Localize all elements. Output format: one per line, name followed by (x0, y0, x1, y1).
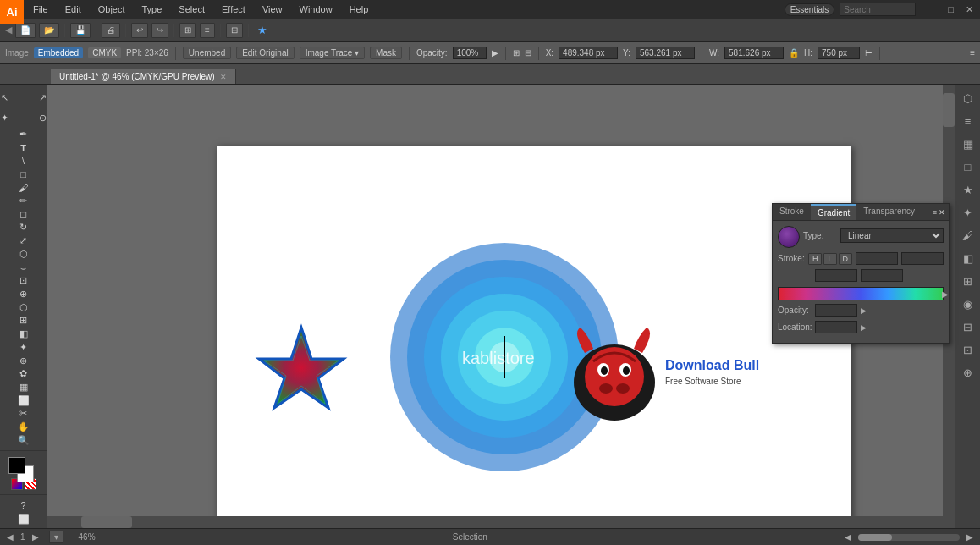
stroke-ratio-input[interactable] (901, 252, 944, 265)
panel-swatches-btn[interactable]: ◧ (958, 248, 978, 268)
pencil-tool[interactable]: ✏ (5, 195, 42, 207)
panel-align-btn[interactable]: ⊟ (958, 317, 978, 337)
star-shape[interactable] (251, 323, 352, 425)
panel-graphic-styles-btn[interactable]: ⊞ (958, 271, 978, 291)
artboard-navigator-right[interactable]: ▶ (32, 532, 39, 542)
hand-tool[interactable]: ✋ (5, 421, 42, 433)
tab-close-btn[interactable]: ✕ (220, 73, 227, 81)
opacity-slider-icon[interactable]: ▶ (492, 48, 498, 58)
active-tab[interactable]: Untitled-1* @ 46% (CMYK/GPU Preview) ✕ (51, 69, 236, 84)
opacity-value-input[interactable] (815, 304, 857, 317)
artboard-menu[interactable]: ▾ (49, 531, 63, 543)
gradient-input-3[interactable] (815, 269, 857, 282)
lasso-tool[interactable]: ⊙ (24, 108, 47, 127)
menu-help[interactable]: Help (346, 3, 372, 16)
panel-brushes-btn[interactable]: 🖌 (958, 225, 978, 245)
panel-properties-btn[interactable]: ≡ (958, 111, 978, 131)
menu-type[interactable]: Type (139, 3, 166, 16)
location-btn[interactable]: ▶ (861, 323, 867, 332)
stroke-d-btn[interactable]: D (839, 253, 853, 265)
transparency-tab[interactable]: Transparency (856, 204, 922, 220)
warp-tool[interactable]: ⌣ (5, 261, 42, 273)
stroke-angle-input[interactable] (856, 252, 898, 265)
search-input[interactable] (840, 3, 916, 16)
width-tool[interactable]: ⬡ (5, 248, 42, 260)
paintbrush-tool[interactable]: 🖌 (5, 182, 42, 194)
toolbar-arrow-left[interactable]: ◀ (5, 25, 12, 36)
gradient-type-select[interactable]: Linear Radial (840, 228, 944, 243)
gradient-bar[interactable] (778, 287, 944, 300)
menu-select[interactable]: Select (175, 3, 208, 16)
stroke-tab[interactable]: Stroke (773, 204, 811, 220)
shape-builder-tool[interactable]: ⊕ (5, 289, 42, 300)
panel-transform-btn[interactable]: ⊡ (958, 339, 978, 360)
open-btn[interactable]: 📂 (39, 23, 59, 38)
panel-libraries-btn[interactable]: ⬡ (958, 88, 978, 108)
gradient-swatch[interactable] (778, 226, 800, 248)
screen-mode-btn[interactable]: ⬜ (5, 513, 42, 525)
type-tool[interactable]: T (5, 142, 42, 154)
location-value-input[interactable] (815, 321, 857, 333)
panel-assets-btn[interactable]: ★ (958, 179, 978, 200)
direct-selection-tool[interactable]: ↗ (24, 88, 47, 107)
unembed-btn[interactable]: Unembed (183, 47, 231, 59)
menu-edit[interactable]: Edit (62, 3, 85, 16)
stroke-l-btn[interactable]: L (823, 253, 836, 265)
foreground-color[interactable] (8, 457, 25, 474)
question-tool[interactable]: ? (5, 499, 42, 511)
graph-tool[interactable]: ▦ (5, 382, 42, 394)
stroke-h-btn[interactable]: H (808, 253, 823, 265)
opacity-btn[interactable]: ▶ (861, 306, 867, 315)
w-input[interactable] (724, 47, 784, 59)
print-btn[interactable]: 🖨 (102, 23, 120, 38)
menu-window[interactable]: Window (296, 3, 336, 16)
horizontal-scrollbar[interactable] (47, 516, 943, 528)
slice-tool[interactable]: ✂ (5, 408, 42, 420)
redo-btn[interactable]: ↪ (151, 23, 168, 38)
perspective-tool[interactable]: ⬡ (5, 301, 42, 313)
blend-tool[interactable]: ⊛ (5, 355, 42, 366)
y-input[interactable] (636, 47, 695, 59)
mask-btn[interactable]: Mask (370, 47, 402, 59)
panel-artboards-btn[interactable]: □ (958, 157, 978, 177)
panel-menu-icon[interactable]: ≡ (933, 208, 937, 217)
bull-logo[interactable]: Download Bull Free Software Store (568, 323, 788, 425)
symbol-tool[interactable]: ✿ (5, 368, 42, 380)
save-btn[interactable]: 💾 (70, 23, 91, 38)
close-button[interactable]: ✕ (962, 3, 977, 17)
panel-toggle[interactable]: ≡ (970, 48, 975, 58)
x-input[interactable] (559, 47, 618, 59)
rect-tool[interactable]: □ (5, 168, 42, 180)
maximize-button[interactable]: □ (944, 3, 957, 16)
magic-wand-tool[interactable]: ✦ (0, 108, 23, 127)
workspace-selector[interactable]: Essentials (785, 3, 835, 16)
image-trace-btn[interactable]: Image Trace ▾ (300, 47, 365, 59)
view-mode-btn[interactable]: ⊞ (179, 23, 196, 38)
artboard-navigator-left[interactable]: ◀ (7, 532, 14, 542)
h-input[interactable] (818, 47, 860, 59)
gradient-input-4[interactable] (861, 269, 903, 282)
h-scrollbar-thumb[interactable] (858, 534, 960, 541)
menu-file[interactable]: File (30, 3, 52, 16)
panel-symbols-btn[interactable]: ✦ (958, 202, 978, 223)
artboard-tool[interactable]: ⬜ (5, 394, 42, 406)
menu-object[interactable]: Object (95, 3, 129, 16)
panel-pathfinder-btn[interactable]: ⊕ (958, 362, 978, 383)
undo-btn[interactable]: ↩ (131, 23, 148, 38)
zoom-tool[interactable]: 🔍 (5, 435, 42, 447)
opacity-input[interactable] (453, 47, 487, 59)
bottom-scroll-left[interactable]: ◀ (845, 532, 851, 542)
minimize-button[interactable]: _ (928, 3, 939, 16)
new-document-btn[interactable]: 📄 (15, 23, 36, 38)
panel-layers-btn[interactable]: ▦ (958, 134, 978, 154)
menu-effect[interactable]: Effect (218, 3, 249, 16)
gradient-tab[interactable]: Gradient (811, 204, 856, 220)
selection-tool[interactable]: ↖ (0, 88, 23, 107)
scale-tool[interactable]: ⤢ (5, 235, 42, 247)
edit-original-btn[interactable]: Edit Original (236, 47, 294, 59)
eraser-tool[interactable]: ◻ (5, 208, 42, 220)
arrange-btn[interactable]: ≡ (200, 23, 215, 38)
pen-tool[interactable]: ✒ (5, 129, 42, 140)
line-tool[interactable]: \ (5, 155, 42, 167)
rotate-tool[interactable]: ↻ (5, 222, 42, 234)
